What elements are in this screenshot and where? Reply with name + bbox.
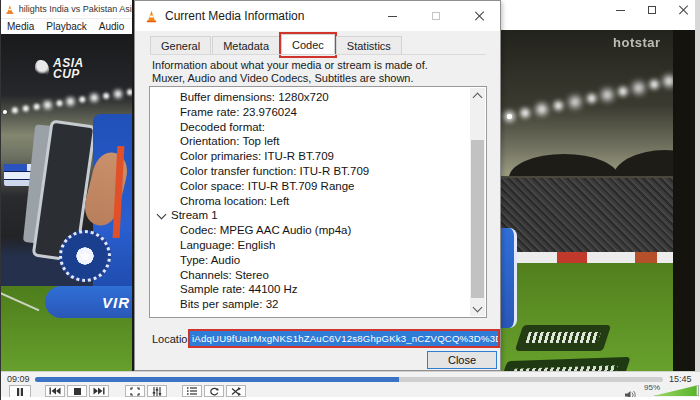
- extended-settings-button[interactable]: [147, 385, 167, 397]
- bcci-emblem: ★: [59, 230, 111, 282]
- floodlights-left: [3, 110, 7, 114]
- menu-media[interactable]: Media: [7, 21, 34, 32]
- sponsor-mat: [501, 357, 631, 372]
- equalizer-icon: [152, 387, 162, 396]
- list-item[interactable]: Sample rate: 44100 Hz: [152, 282, 464, 297]
- crowd-stands: [501, 178, 700, 252]
- menu-playback[interactable]: Playback: [46, 21, 87, 32]
- window-maximize-button[interactable]: [643, 3, 661, 17]
- stop-icon: [74, 388, 81, 395]
- current-time: 09:09: [7, 374, 30, 384]
- loop-icon: [209, 387, 219, 396]
- list-item[interactable]: Frame rate: 23.976024: [152, 105, 464, 120]
- player-name-banner: VIR: [45, 286, 134, 318]
- fullscreen-icon: [130, 387, 140, 396]
- video-area-right[interactable]: hotstar: [501, 30, 700, 372]
- stadium-roof-dome: [509, 154, 619, 178]
- seek-bar[interactable]: [35, 377, 663, 382]
- seek-progress: [35, 377, 399, 382]
- volume-percentage: 95%: [644, 383, 660, 392]
- speaker-icon[interactable]: [625, 386, 637, 396]
- vlc-cone-icon: [145, 10, 158, 23]
- location-annotation-box: iAdqUU9fUaIrMxgNKS1hZAuC6V12s8GhpGKk3_nC…: [188, 329, 500, 348]
- ad-boards: [501, 252, 700, 263]
- dialog-tabbar: General Metadata Codec Statistics: [150, 34, 403, 55]
- asia-cup-text2: CUP: [53, 69, 84, 80]
- window-close-button[interactable]: [675, 3, 693, 17]
- scroll-up-button[interactable]: [470, 88, 485, 103]
- asia-cup-lion-icon: [35, 60, 49, 78]
- vertical-scrollbar[interactable]: [470, 88, 485, 316]
- scroll-up-icon: [473, 92, 483, 102]
- list-item[interactable]: Chroma location: Left: [152, 194, 464, 209]
- list-item[interactable]: Color space: ITU-R BT.709 Range: [152, 179, 464, 194]
- banner-text: VIR: [102, 294, 130, 311]
- video-area-left[interactable]: ASIA CUP ★ VIR: [1, 34, 134, 372]
- list-item[interactable]: Color transfer function: ITU-R BT.709: [152, 164, 464, 179]
- video-edge-dark: [673, 30, 695, 372]
- list-item[interactable]: Codec: MPEG AAC Audio (mp4a): [152, 223, 464, 238]
- location-field[interactable]: iAdqUU9fUaIrMxgNKS1hZAuC6V12s8GhpGKk3_nC…: [190, 331, 498, 346]
- scroll-down-icon: [473, 302, 483, 312]
- list-item[interactable]: Decoded format:: [152, 120, 464, 135]
- codec-listbox[interactable]: Buffer dimensions: 1280x720 Frame rate: …: [149, 86, 487, 318]
- dialog-close-button[interactable]: [471, 9, 489, 23]
- minimize-icon: [616, 10, 625, 11]
- minimize-icon: [388, 16, 397, 17]
- total-time: 15:45: [669, 374, 692, 384]
- next-button[interactable]: [89, 385, 109, 397]
- fullscreen-button[interactable]: [125, 385, 145, 397]
- list-item[interactable]: Bits per sample: 32: [152, 297, 464, 312]
- media-information-dialog: Current Media Information General Metada…: [134, 0, 501, 371]
- shuffle-button[interactable]: [226, 385, 246, 397]
- tab-metadata[interactable]: Metadata: [212, 36, 280, 55]
- dialog-title: Current Media Information: [165, 9, 304, 23]
- dialog-maximize-button[interactable]: [427, 9, 445, 23]
- list-item[interactable]: Buffer dimensions: 1280x720: [152, 90, 464, 105]
- shuffle-icon: [231, 387, 241, 396]
- hotstar-watermark: hotstar: [613, 35, 661, 50]
- vlc-cone-icon: [5, 4, 15, 15]
- vlc-window-title: hilights India vs Pakistan Asia cu: [19, 4, 134, 14]
- stop-button[interactable]: [67, 385, 87, 397]
- tab-statistics[interactable]: Statistics: [336, 36, 402, 55]
- playlist-button[interactable]: [182, 385, 202, 397]
- collapse-chevron-icon[interactable]: [157, 209, 167, 219]
- list-item[interactable]: Type: Audio: [152, 253, 464, 268]
- floodlights-right: [507, 114, 513, 120]
- codec-list-rows: Buffer dimensions: 1280x720 Frame rate: …: [152, 90, 464, 312]
- scroll-down-button[interactable]: [470, 301, 485, 316]
- vlc-window-titlebar: hilights India vs Pakistan Asia cu: [1, 0, 134, 19]
- screen-edge-light: [695, 0, 700, 372]
- banner-edge-graphic: [501, 228, 517, 328]
- dialog-minimize-button[interactable]: [383, 9, 401, 23]
- tab-general[interactable]: General: [150, 36, 211, 55]
- list-item[interactable]: Orientation: Top left: [152, 134, 464, 149]
- asia-cup-logo: ASIA CUP: [35, 58, 84, 80]
- loop-button[interactable]: [204, 385, 224, 397]
- scrollbar-thumb[interactable]: [471, 140, 484, 298]
- pause-icon: [16, 388, 24, 396]
- maximize-icon: [648, 6, 656, 14]
- close-icon: [475, 11, 485, 21]
- cricket-field-right: [501, 263, 700, 372]
- window-minimize-button[interactable]: [611, 3, 629, 17]
- star-icon: ★: [78, 247, 91, 265]
- list-item[interactable]: Color primaries: ITU-R BT.709: [152, 149, 464, 164]
- playlist-icon: [187, 387, 197, 395]
- previous-button[interactable]: [45, 385, 65, 397]
- previous-icon: [49, 387, 61, 395]
- vlc-window-titlebar-right: [501, 0, 700, 31]
- close-button[interactable]: Close: [427, 351, 497, 369]
- menu-audio[interactable]: Audio: [99, 21, 125, 32]
- dialog-description: Information about what your media or str…: [152, 59, 482, 85]
- list-item[interactable]: Channels: Stereo: [152, 268, 464, 283]
- maximize-icon: [432, 12, 440, 20]
- dialog-titlebar[interactable]: Current Media Information: [135, 1, 500, 31]
- sponsor-mat: [515, 325, 611, 351]
- list-item[interactable]: Language: English: [152, 238, 464, 253]
- list-item-stream1[interactable]: Stream 1: [152, 208, 464, 223]
- tab-codec[interactable]: Codec: [281, 34, 335, 55]
- vlc-menubar: Media Playback Audio Video: [1, 19, 134, 34]
- close-icon: [679, 5, 689, 15]
